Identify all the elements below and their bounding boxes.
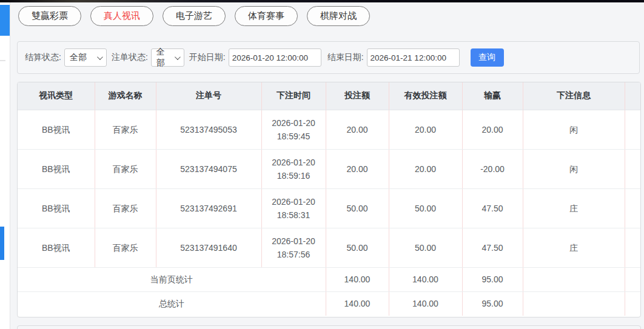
- summary-bet-info-empty: [523, 291, 625, 316]
- header-win-loss: 输赢: [462, 82, 523, 110]
- cell-video-type: BB视讯: [18, 149, 95, 188]
- header-bet-amount: 投注额: [326, 82, 389, 110]
- sidebar-active-indicator-bar: [0, 227, 4, 260]
- order-status-value: 全部: [156, 47, 172, 68]
- sidebar-divider: [0, 60, 5, 61]
- order-status-select[interactable]: 全部: [151, 48, 184, 67]
- cell-game-name: 百家乐: [95, 149, 156, 188]
- order-status-label: 注单状态:: [112, 52, 148, 63]
- search-button[interactable]: 查询: [471, 48, 504, 67]
- header-gutter: [625, 82, 641, 110]
- tab-sports[interactable]: 体育赛事: [235, 6, 298, 26]
- summary-valid-bet-amount: 140.00: [389, 291, 462, 316]
- cell-gutter: [625, 267, 641, 291]
- settle-status-value: 全部: [70, 52, 94, 63]
- start-date-input[interactable]: [229, 48, 321, 67]
- tab-lottery[interactable]: 雙贏彩票: [18, 6, 81, 26]
- cell-bet-info: 庄: [523, 228, 625, 267]
- cell-bet-time: 2026-01-20 18:59:16: [261, 149, 326, 188]
- cell-gutter: [625, 188, 641, 228]
- table-row: BB视讯 百家乐 523137492691 2026-01-20 18:58:3…: [18, 188, 641, 228]
- current-page-summary-label: 当前页统计: [18, 267, 326, 291]
- top-dark-bar: [0, 0, 644, 2]
- table-header-row: 视讯类型 游戏名称 注单号 下注时间 投注额 有效投注额 输赢 下注信息: [18, 82, 641, 110]
- cell-gutter: [625, 110, 641, 149]
- cell-bet-id: 523137495053: [156, 110, 261, 149]
- cell-bet-amount: 50.00: [326, 188, 389, 228]
- header-video-type: 视讯类型: [18, 82, 95, 110]
- next-panel-edge: [17, 325, 641, 329]
- cell-bet-info: 闲: [523, 110, 625, 149]
- cell-video-type: BB视讯: [18, 110, 95, 149]
- cell-gutter: [625, 228, 641, 267]
- cell-video-type: BB视讯: [18, 188, 95, 228]
- cell-bet-id: 523137491640: [156, 228, 261, 267]
- end-date-label: 结束日期:: [327, 52, 364, 63]
- header-bet-time: 下注时间: [261, 82, 326, 110]
- cell-win-loss: 47.50: [462, 188, 523, 228]
- cell-gutter: [625, 291, 641, 316]
- cell-bet-time: 2026-01-20 18:59:45: [261, 110, 326, 149]
- current-page-summary-row: 当前页统计 140.00 140.00 95.00: [18, 267, 641, 291]
- cell-win-loss: 20.00: [462, 110, 523, 149]
- settle-status-label: 结算状态:: [25, 52, 61, 63]
- cell-bet-info: 闲: [523, 149, 625, 188]
- summary-bet-amount: 140.00: [326, 291, 389, 316]
- table-row: BB视讯 百家乐 523137494075 2026-01-20 18:59:1…: [18, 149, 641, 188]
- cell-win-loss: 47.50: [462, 228, 523, 267]
- header-valid-bet-amount: 有效投注额: [389, 82, 462, 110]
- cell-bet-amount: 20.00: [326, 110, 389, 149]
- cell-bet-id: 523137492691: [156, 188, 261, 228]
- summary-win-loss: 95.00: [462, 291, 523, 316]
- left-sidebar-strip: [0, 2, 10, 329]
- table-row: BB视讯 百家乐 523137495053 2026-01-20 18:59:4…: [18, 110, 641, 149]
- cell-game-name: 百家乐: [95, 188, 156, 228]
- cell-win-loss: -20.00: [462, 149, 523, 188]
- settle-status-select[interactable]: 全部: [64, 48, 107, 67]
- cell-valid-bet-amount: 20.00: [389, 110, 462, 149]
- cell-valid-bet-amount: 50.00: [389, 188, 462, 228]
- cell-gutter: [625, 149, 641, 188]
- filter-bar: 结算状态: 全部 注单状态: 全部 开始日期: 结束日期: 查询: [17, 41, 640, 74]
- cell-bet-amount: 50.00: [326, 228, 389, 267]
- cell-bet-time: 2026-01-20 18:57:56: [261, 228, 326, 267]
- cell-bet-amount: 20.00: [326, 149, 389, 188]
- summary-valid-bet-amount: 140.00: [389, 267, 462, 291]
- summary-bet-info-empty: [523, 267, 625, 291]
- summary-win-loss: 95.00: [462, 267, 523, 291]
- cell-bet-time: 2026-01-20 18:58:31: [261, 188, 326, 228]
- cell-game-name: 百家乐: [95, 228, 156, 267]
- table-row: BB视讯 百家乐 523137491640 2026-01-20 18:57:5…: [18, 228, 641, 267]
- cell-valid-bet-amount: 50.00: [389, 228, 462, 267]
- chevron-down-icon: [175, 54, 181, 60]
- header-game-name: 游戏名称: [95, 82, 156, 110]
- cell-game-name: 百家乐: [95, 110, 156, 149]
- chevron-down-icon: [97, 54, 103, 60]
- bet-records-table: 视讯类型 游戏名称 注单号 下注时间 投注额 有效投注额 输赢 下注信息 BB视…: [18, 82, 641, 316]
- cell-valid-bet-amount: 20.00: [389, 149, 462, 188]
- summary-bet-amount: 140.00: [326, 267, 389, 291]
- bet-records-table-panel: 视讯类型 游戏名称 注单号 下注时间 投注额 有效投注额 输赢 下注信息 BB视…: [17, 82, 641, 317]
- total-summary-label: 总统计: [18, 291, 326, 316]
- total-summary-row: 总统计 140.00 140.00 95.00: [18, 291, 641, 316]
- tab-live-video[interactable]: 真人视讯: [90, 6, 153, 26]
- sidebar-blue-logo-fragment: [0, 5, 10, 36]
- header-bet-id: 注单号: [156, 82, 261, 110]
- cell-bet-id: 523137494075: [156, 149, 261, 188]
- header-bet-info: 下注信息: [523, 82, 625, 110]
- category-tabs: 雙贏彩票 真人视讯 电子游艺 体育赛事 棋牌对战: [18, 6, 370, 26]
- end-date-input[interactable]: [367, 48, 460, 67]
- tab-board-games[interactable]: 棋牌对战: [307, 6, 370, 26]
- cell-bet-info: 庄: [523, 188, 625, 228]
- start-date-label: 开始日期:: [189, 52, 226, 63]
- cell-video-type: BB视讯: [18, 228, 95, 267]
- tab-electronic-games[interactable]: 电子游艺: [163, 6, 226, 26]
